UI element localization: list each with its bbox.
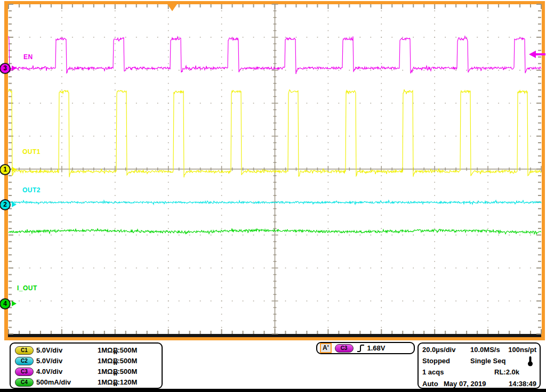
channel-1-readout-row: C1 5.0V/div 1MΩ BW:500M <box>11 345 162 355</box>
channel-4-ground-marker[interactable]: 4 <box>0 298 18 310</box>
timebase-scale: 20.0µs/div <box>422 345 455 355</box>
channel-3-arrow-icon <box>12 66 17 71</box>
channel-2-pill[interactable]: C2 <box>15 357 34 365</box>
trace-en <box>9 36 541 74</box>
trigger-source-pill[interactable]: C3 <box>335 344 354 353</box>
datetime-row: Auto May 07, 2019 14:38:49 <box>419 379 540 389</box>
trigger-level-arrow-icon[interactable] <box>529 50 545 59</box>
channel-1-impedance: 1MΩ <box>98 345 113 355</box>
acquisition-state-row: Stopped Single Seq <box>419 356 540 366</box>
trace-i_out <box>9 228 541 234</box>
channel-3-readout-row: C3 4.0V/div 1MΩ BW:500M <box>11 366 162 377</box>
channel-4-badge: 4 <box>0 298 11 309</box>
rising-edge-icon <box>357 344 365 353</box>
trigger-system-label: A' <box>320 343 332 353</box>
channel-2-ground-marker[interactable]: 2 <box>0 199 18 211</box>
sample-rate: 10.0MS/s <box>470 345 500 355</box>
channel-3-badge: 3 <box>0 63 11 74</box>
channel-1-arrow-icon <box>12 167 17 172</box>
trigger-position-marker-icon[interactable] <box>167 4 177 11</box>
bw-value: :500M <box>118 356 138 366</box>
bw-value: :120M <box>118 377 138 387</box>
timebase-row: 20.0µs/div 10.0MS/s 100ns/pt <box>419 345 540 355</box>
temperature-indicator-icon <box>527 356 533 366</box>
channel-4-arrow-icon <box>12 301 17 306</box>
trace-out2 <box>9 200 541 204</box>
channel-1-pill[interactable]: C1 <box>15 346 34 355</box>
acquisition-mode: Single Seq <box>470 356 505 366</box>
trace-label-out2: OUT2 <box>22 186 41 194</box>
record-length: RL:2.0k <box>494 367 519 377</box>
channel-2-badge: 2 <box>0 199 11 210</box>
trace-label-iout: I_OUT <box>17 284 37 292</box>
channel-1-scale: 5.0V/div <box>36 345 62 355</box>
channel-4-impedance: 1MΩ <box>98 377 113 387</box>
channel-4-bandwidth: BW:120M <box>113 377 118 390</box>
channel-2-arrow-icon <box>12 202 17 207</box>
time-value: 14:38:49 <box>509 379 536 389</box>
trigger-mode: Auto <box>422 379 438 389</box>
channel-4-pill[interactable]: C4 <box>15 378 34 387</box>
trace-out1 <box>9 89 541 177</box>
timebase-acquisition-box: 20.0µs/div 10.0MS/s 100ns/pt Stopped Sin… <box>417 342 541 389</box>
bottom-black-bar <box>0 389 546 392</box>
channel-3-ground-marker[interactable]: 3 <box>0 63 18 75</box>
channel-readout-box: C1 5.0V/div 1MΩ BW:500M C2 5.0V/div 1MΩ … <box>10 342 163 389</box>
channel-3-impedance: 1MΩ <box>98 366 113 377</box>
channel-2-scale: 5.0V/div <box>36 356 62 366</box>
channel-1-badge: 1 <box>0 164 11 175</box>
channel-1-ground-marker[interactable]: 1 <box>0 164 18 176</box>
channel-3-pill[interactable]: C3 <box>15 368 34 376</box>
channel-3-scale: 4.0V/div <box>36 366 62 377</box>
acquisition-state: Stopped <box>422 356 450 366</box>
channel-4-scale: 500mA/div <box>36 377 71 387</box>
acquisition-count: 1 acqs <box>422 367 444 377</box>
trace-label-en: EN <box>23 53 33 61</box>
channel-2-readout-row: C2 5.0V/div 1MΩ BW:500M <box>11 356 162 366</box>
trigger-readout-box[interactable]: A' C3 1.68V <box>316 342 415 354</box>
date-value: May 07, 2019 <box>444 379 486 389</box>
channel-4-readout-row: C4 500mA/div 1MΩ BW:120M <box>11 377 162 387</box>
trigger-level-value: 1.68V <box>367 344 386 352</box>
bw-value: :500M <box>118 366 138 377</box>
trace-label-out1: OUT1 <box>22 148 41 156</box>
acquisition-count-row: 1 acqs RL:2.0k <box>419 367 540 377</box>
waveform-traces-svg <box>0 0 546 341</box>
bw-value: :500M <box>118 345 138 355</box>
sample-resolution: 100ns/pt <box>508 345 536 355</box>
channel-2-impedance: 1MΩ <box>98 356 113 366</box>
